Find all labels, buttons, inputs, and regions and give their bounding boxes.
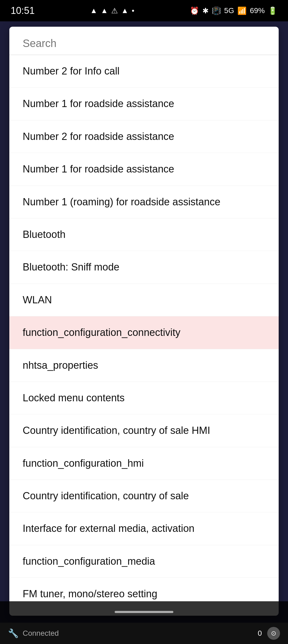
- status-bar: 10:51 ▲ ▲ ⚠ ▲ • ⏰ ✱ 📳 5G 📶 69% 🔋: [0, 0, 288, 21]
- search-modal: Number 2 for Info callNumber 1 for roads…: [9, 27, 279, 616]
- list-item[interactable]: function_configuration_connectivity: [9, 316, 279, 349]
- warning-icon: ⚠: [111, 6, 118, 15]
- list-item[interactable]: Interface for external media, activation: [9, 512, 279, 545]
- search-input[interactable]: [23, 37, 265, 49]
- search-container[interactable]: [9, 27, 279, 55]
- wifi-icon: 📶: [237, 6, 247, 15]
- list-item[interactable]: function_configuration_hmi: [9, 447, 279, 480]
- home-indicator: [115, 611, 173, 613]
- status-time: 10:51: [11, 5, 35, 16]
- dot-icon: •: [132, 6, 134, 15]
- alarm-icon: ⏰: [190, 6, 199, 15]
- bottom-left: 🔧 Connected: [8, 628, 59, 638]
- connected-label: Connected: [23, 629, 59, 638]
- list-item[interactable]: Number 1 for roadside assistance: [9, 153, 279, 186]
- battery-text: 69%: [250, 6, 265, 15]
- nav-icon-2: ▲: [101, 6, 108, 15]
- nav-bar: [0, 601, 288, 623]
- status-right-icons: ⏰ ✱ 📳 5G 📶 69% 🔋: [190, 6, 277, 15]
- list-item[interactable]: nhtsa_properties: [9, 349, 279, 382]
- circle-button[interactable]: ⊙: [267, 627, 280, 640]
- list-item[interactable]: WLAN: [9, 284, 279, 316]
- list-item[interactable]: Number 1 (roaming) for roadside assistan…: [9, 186, 279, 218]
- battery-icon: 🔋: [268, 6, 277, 15]
- list-item[interactable]: Bluetooth: Sniff mode: [9, 251, 279, 284]
- list-item[interactable]: Number 1 for roadside assistance: [9, 88, 279, 120]
- bottom-bar: 🔧 Connected 0 ⊙: [0, 623, 288, 644]
- list-item[interactable]: Country identification, country of sale …: [9, 414, 279, 447]
- list-item[interactable]: Locked menu contents: [9, 382, 279, 414]
- list-item[interactable]: Country identification, country of sale: [9, 480, 279, 512]
- signal-icon: 5G: [224, 6, 234, 15]
- bluetooth-status-icon: ✱: [202, 6, 209, 15]
- nav-icon-1: ▲: [90, 6, 98, 15]
- count-badge: 0: [258, 629, 262, 638]
- list-item[interactable]: Number 2 for roadside assistance: [9, 120, 279, 153]
- list-item[interactable]: function_configuration_media: [9, 545, 279, 578]
- status-icons: ▲ ▲ ⚠ ▲ •: [90, 6, 134, 15]
- vibrate-icon: 📳: [212, 6, 221, 15]
- list-item[interactable]: Number 2 for Info call: [9, 55, 279, 88]
- nav-icon-3: ▲: [121, 6, 129, 15]
- bottom-left-icon: 🔧: [8, 628, 19, 638]
- bottom-right: 0 ⊙: [258, 627, 280, 640]
- list-container: Number 2 for Info callNumber 1 for roads…: [9, 55, 279, 610]
- list-item[interactable]: Bluetooth: [9, 218, 279, 251]
